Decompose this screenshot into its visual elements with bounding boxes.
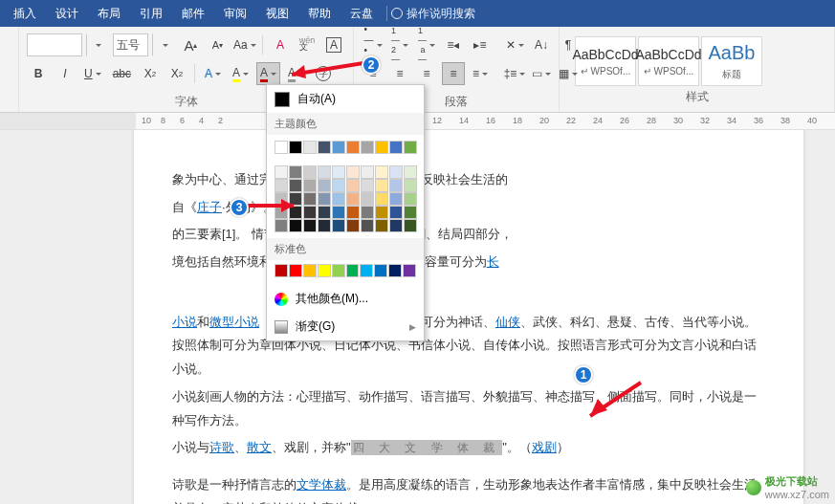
justify-button[interactable]: ≡	[442, 62, 465, 85]
color-swatch[interactable]	[303, 219, 317, 232]
color-swatch[interactable]	[303, 192, 317, 206]
strike-button[interactable]: abc	[109, 62, 135, 85]
color-swatch[interactable]	[275, 179, 288, 192]
color-swatch[interactable]	[332, 141, 345, 154]
increase-indent-button[interactable]: ▸≡	[469, 33, 492, 56]
selected-text[interactable]: 四 大 文 学 体 裁	[351, 440, 503, 455]
color-swatch[interactable]	[332, 264, 345, 277]
color-swatch[interactable]	[318, 192, 331, 206]
menu-insert[interactable]: 插入	[4, 6, 46, 22]
shading-button[interactable]: ▭	[530, 62, 553, 85]
style-item-0[interactable]: AaBbCcDd↵ WPSOf...	[575, 36, 636, 86]
subscript-button[interactable]: X2	[165, 62, 188, 85]
color-swatch[interactable]	[318, 264, 331, 277]
auto-color-item[interactable]: 自动(A)	[267, 85, 424, 113]
font-color-button[interactable]: A	[256, 62, 280, 85]
font-size-dd[interactable]	[152, 33, 175, 56]
link-drama[interactable]: 戏剧	[532, 440, 557, 454]
color-swatch[interactable]	[346, 264, 360, 277]
link-micro[interactable]: 微型小说	[209, 315, 259, 329]
menu-references[interactable]: 引用	[130, 6, 172, 22]
italic-button[interactable]: I	[54, 62, 77, 85]
text-direction-button[interactable]: ✕	[503, 33, 526, 56]
font-name-input[interactable]	[27, 33, 82, 56]
color-swatch[interactable]	[318, 165, 331, 179]
menu-cloud[interactable]: 云盘	[341, 6, 383, 22]
color-swatch[interactable]	[404, 192, 417, 206]
font-size-input[interactable]	[113, 33, 149, 56]
page[interactable]: 象为中心、通过完整的故事情节和环境描写来反映社会生活的 自《庄子·外物》。 的三…	[134, 130, 803, 504]
color-swatch[interactable]	[375, 192, 388, 206]
sort-button[interactable]: A↓	[530, 33, 553, 56]
color-swatch[interactable]	[275, 219, 288, 232]
char-shading-button[interactable]: A	[284, 62, 308, 85]
menu-review[interactable]: 审阅	[214, 6, 256, 22]
color-swatch[interactable]	[389, 219, 403, 232]
color-swatch[interactable]	[275, 264, 288, 277]
gradient-item[interactable]: 渐变(G) ▶	[267, 313, 424, 340]
more-colors-item[interactable]: 其他颜色(M)...	[267, 285, 424, 313]
numbering-button[interactable]: 1—2—	[388, 33, 411, 56]
font-name-dd[interactable]	[86, 33, 109, 56]
color-swatch[interactable]	[375, 165, 388, 179]
link-poetry[interactable]: 诗歌	[209, 440, 234, 454]
tell-me[interactable]: 操作说明搜索	[391, 6, 475, 22]
menu-help[interactable]: 帮助	[298, 6, 341, 22]
decrease-indent-button[interactable]: ≡◂	[442, 33, 465, 56]
link-long[interactable]: 长	[487, 254, 499, 269]
color-swatch[interactable]	[404, 206, 417, 219]
color-swatch[interactable]	[318, 179, 331, 192]
color-swatch[interactable]	[275, 192, 288, 206]
color-swatch[interactable]	[303, 206, 317, 219]
color-swatch[interactable]	[389, 192, 403, 206]
shrink-font-button[interactable]: A▾	[206, 33, 229, 56]
color-swatch[interactable]	[332, 192, 345, 206]
color-swatch[interactable]	[303, 165, 317, 179]
color-swatch[interactable]	[361, 165, 374, 179]
color-swatch[interactable]	[275, 165, 288, 179]
color-swatch[interactable]	[346, 165, 360, 179]
superscript-button[interactable]: X2	[139, 62, 162, 85]
color-swatch[interactable]	[389, 206, 403, 219]
highlight-button[interactable]: A	[229, 62, 253, 85]
bullets-button[interactable]: •—•—	[362, 33, 385, 56]
color-swatch[interactable]	[318, 141, 331, 154]
line-spacing-button[interactable]: ‡≡	[503, 62, 526, 85]
link-xianxia[interactable]: 仙侠	[495, 315, 520, 329]
color-swatch[interactable]	[346, 192, 360, 206]
char-border-button[interactable]: A	[322, 33, 345, 56]
color-swatch[interactable]	[303, 264, 317, 277]
bold-button[interactable]: B	[27, 62, 50, 85]
link-genre[interactable]: 文学体裁	[297, 477, 346, 492]
pinyin-guide-button[interactable]: wén文	[296, 33, 319, 56]
menu-design[interactable]: 设计	[46, 6, 88, 22]
color-swatch[interactable]	[332, 179, 345, 192]
enclosed-char-button[interactable]: 字	[312, 62, 335, 85]
color-swatch[interactable]	[289, 141, 302, 154]
color-swatch[interactable]	[346, 179, 360, 192]
color-swatch[interactable]	[389, 141, 403, 154]
color-swatch[interactable]	[289, 219, 302, 232]
text-effect-button[interactable]: A	[201, 62, 225, 85]
color-swatch[interactable]	[332, 165, 345, 179]
color-swatch[interactable]	[403, 264, 416, 277]
color-swatch[interactable]	[346, 206, 360, 219]
align-right-button[interactable]: ≡	[415, 62, 438, 85]
color-swatch[interactable]	[289, 192, 302, 206]
color-swatch[interactable]	[318, 206, 331, 219]
style-item-1[interactable]: AaBbCcDd↵ WPSOf...	[638, 36, 699, 86]
color-swatch[interactable]	[360, 264, 373, 277]
color-swatch[interactable]	[361, 192, 374, 206]
color-swatch[interactable]	[404, 219, 417, 232]
color-swatch[interactable]	[318, 219, 331, 232]
distributed-button[interactable]: ≡	[469, 62, 492, 85]
menu-layout[interactable]: 布局	[88, 6, 130, 22]
link-zhuangzi[interactable]: 庄子	[197, 200, 222, 214]
color-swatch[interactable]	[389, 179, 403, 192]
color-swatch[interactable]	[361, 179, 374, 192]
align-center-button[interactable]: ≡	[388, 62, 411, 85]
color-swatch[interactable]	[361, 206, 374, 219]
color-swatch[interactable]	[361, 141, 374, 154]
color-swatch[interactable]	[388, 264, 402, 277]
color-swatch[interactable]	[404, 165, 417, 179]
